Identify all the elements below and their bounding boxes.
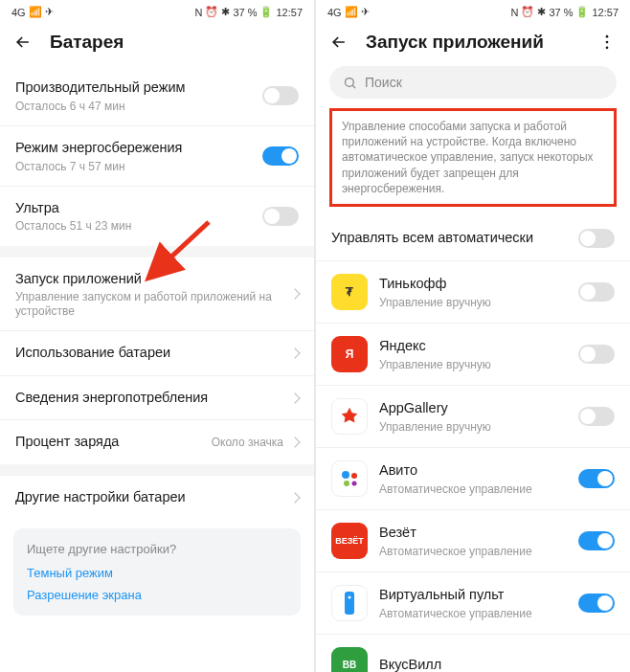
status-bar: 4G 📶 ✈ N ⏰ ✱ 37 % 🔋 12:57	[0, 0, 314, 22]
battery-usage-row[interactable]: Использование батареи	[0, 331, 314, 376]
app-toggle[interactable]	[578, 407, 615, 426]
alarm-icon: ⏰	[521, 6, 534, 18]
app-toggle[interactable]	[578, 594, 615, 613]
svg-point-9	[344, 481, 349, 486]
info-description: Управление способами запуска и работой п…	[329, 108, 617, 207]
bt-icon: ✱	[221, 6, 230, 18]
back-icon[interactable]	[329, 33, 349, 52]
app-mode: Автоматическое управление	[379, 482, 578, 496]
tip-link-dark-mode[interactable]: Темный режим	[27, 566, 287, 580]
app-name: ВкусВилл	[379, 656, 615, 672]
row-title: Производительный режим	[15, 78, 262, 98]
app-name: AppGallery	[379, 399, 578, 418]
app-toggle[interactable]	[578, 469, 615, 488]
telegram-icon: ✈	[361, 6, 370, 18]
svg-point-12	[349, 595, 351, 598]
row-title: Процент заряда	[15, 433, 204, 452]
svg-point-4	[606, 47, 609, 50]
app-name: Виртуальный пульт	[379, 586, 578, 605]
chevron-right-icon	[289, 347, 300, 358]
wifi-icon: 📶	[345, 6, 358, 18]
ultra-toggle[interactable]	[262, 207, 299, 226]
app-toggle[interactable]	[578, 531, 615, 550]
row-title: Режим энергосбережения	[15, 139, 262, 158]
app-row-yandex[interactable]: Я Яндекс Управление вручную	[316, 324, 630, 386]
row-title: Другие настройки батареи	[15, 488, 283, 507]
svg-rect-11	[345, 592, 354, 615]
section-divider	[0, 464, 314, 476]
app-mode: Автоматическое управление	[379, 545, 578, 558]
app-row-appgallery[interactable]: AppGallery Управление вручную	[316, 386, 630, 448]
svg-point-3	[606, 41, 609, 44]
app-row-vkusvill[interactable]: ВВ ВкусВилл	[316, 635, 630, 672]
app-icon-avito	[331, 460, 368, 497]
section-divider	[0, 246, 314, 258]
power-details-row[interactable]: Сведения энергопотребления	[0, 376, 314, 421]
power-saving-row[interactable]: Режим энергосбережения Осталось 7 ч 57 м…	[0, 126, 314, 187]
telegram-icon: ✈	[45, 6, 54, 18]
search-icon	[343, 76, 357, 90]
app-toggle[interactable]	[578, 345, 615, 364]
svg-point-7	[342, 471, 349, 479]
power-saving-toggle[interactable]	[262, 146, 299, 166]
battery-text: 37 %	[549, 7, 573, 18]
app-launch-screen: 4G 📶 ✈ N ⏰ ✱ 37 % 🔋 12:57 Запуск приложе…	[316, 0, 630, 672]
battery-percent-row[interactable]: Процент заряда Около значка	[0, 420, 314, 464]
signal-icon: 4G	[11, 7, 26, 18]
app-name: Везёт	[379, 524, 578, 543]
bt-icon: ✱	[537, 6, 546, 18]
app-row-virtual-remote[interactable]: Виртуальный пульт Автоматическое управле…	[316, 572, 630, 635]
search-placeholder: Поиск	[365, 75, 402, 90]
signal-icon: 4G	[327, 7, 342, 18]
status-bar: 4G 📶 ✈ N ⏰ ✱ 37 % 🔋 12:57	[316, 0, 630, 22]
svg-point-5	[346, 78, 354, 86]
app-mode: Автоматическое управление	[379, 607, 578, 620]
more-icon[interactable]	[597, 33, 617, 52]
svg-line-6	[352, 85, 355, 88]
battery-text: 37 %	[233, 7, 257, 18]
chevron-right-icon	[289, 492, 300, 503]
app-name: Авито	[379, 461, 578, 481]
tip-heading: Ищете другие настройки?	[27, 542, 287, 556]
app-mode: Управление вручную	[379, 420, 578, 434]
alarm-icon: ⏰	[205, 6, 218, 18]
app-icon-yandex: Я	[331, 336, 368, 372]
app-row-tinkoff[interactable]: ₮ Тинькофф Управление вручную	[316, 261, 630, 324]
wifi-icon: 📶	[29, 6, 42, 18]
tip-link-resolution[interactable]: Разрешение экрана	[27, 588, 287, 602]
app-launch-row[interactable]: Запуск приложений Управление запуском и …	[0, 258, 314, 331]
app-row-vezet[interactable]: ВЕЗЁТ Везёт Автоматическое управление	[316, 510, 630, 572]
search-input[interactable]: Поиск	[329, 66, 617, 99]
manage-all-auto-row[interactable]: Управлять всем автоматически	[316, 216, 630, 261]
app-row-avito[interactable]: Авито Автоматическое управление	[316, 448, 630, 510]
performance-mode-row[interactable]: Производительный режим Осталось 6 ч 47 м…	[0, 66, 314, 126]
performance-toggle[interactable]	[262, 86, 299, 105]
nfc-icon: N	[510, 7, 518, 18]
battery-icon: 🔋	[259, 6, 273, 18]
ultra-row[interactable]: Ультра Осталось 51 ч 23 мин	[0, 187, 314, 246]
app-name: Тинькофф	[379, 275, 578, 294]
row-title: Сведения энергопотребления	[15, 389, 283, 408]
nfc-icon: N	[194, 7, 202, 18]
row-title: Ультра	[15, 199, 262, 218]
row-sub: Осталось 7 ч 57 мин	[15, 160, 262, 173]
row-value: Около значка	[212, 436, 283, 449]
app-mode: Управление вручную	[379, 358, 578, 371]
svg-point-2	[606, 35, 609, 38]
header: Батарея	[0, 22, 314, 66]
app-icon-tinkoff: ₮	[331, 274, 368, 310]
chevron-right-icon	[289, 392, 300, 403]
app-toggle[interactable]	[578, 282, 615, 302]
row-title: Управлять всем автоматически	[331, 229, 578, 248]
page-title: Батарея	[50, 32, 301, 53]
tips-card: Ищете другие настройки? Темный режим Раз…	[13, 528, 301, 616]
back-icon[interactable]	[13, 33, 33, 52]
battery-settings-screen: 4G 📶 ✈ N ⏰ ✱ 37 % 🔋 12:57 Батарея Произв…	[0, 0, 314, 672]
app-name: Яндекс	[379, 337, 578, 356]
battery-icon: 🔋	[575, 6, 589, 18]
row-sub: Управление запуском и работой приложений…	[15, 290, 283, 318]
other-battery-row[interactable]: Другие настройки батареи	[0, 476, 314, 520]
svg-point-8	[351, 473, 357, 479]
manage-all-toggle[interactable]	[578, 229, 615, 248]
chevron-right-icon	[289, 437, 300, 447]
